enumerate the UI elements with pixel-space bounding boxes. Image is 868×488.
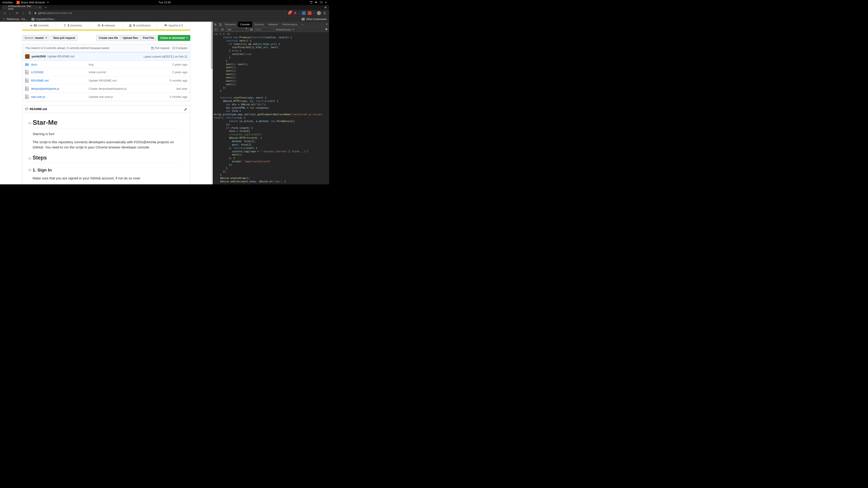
clear-console-button[interactable] — [220, 27, 225, 32]
file-name-link[interactable]: star.user.js — [31, 95, 89, 98]
readme-paragraph: Starring is fun! — [33, 131, 180, 137]
scrollbar-thumb[interactable] — [211, 22, 213, 69]
execution-context-selector[interactable]: top — [226, 28, 248, 31]
device-toolbar-button[interactable] — [218, 22, 223, 27]
profile-avatar[interactable] — [317, 11, 321, 15]
branch-compare-bar: This branch is 5 commits ahead, 3 commit… — [22, 44, 190, 52]
readme-paragraph: The script in this repository connects d… — [33, 140, 180, 150]
activities-button[interactable]: Activities — [2, 1, 13, 4]
browser-tab[interactable]: amfoss/star-me: Star amfo × — [2, 5, 42, 10]
file-commit-msg[interactable]: img — [89, 63, 172, 66]
bookmark-item[interactable]: Reference - Ko… — [2, 18, 28, 21]
folder-icon — [25, 62, 29, 66]
bookmark-favicon-icon — [2, 18, 5, 21]
devtools-tab-elements[interactable]: Elements — [223, 22, 238, 27]
console-sidebar-toggle[interactable] — [214, 27, 219, 32]
file-name-link[interactable]: docs — [31, 63, 89, 66]
file-time: 5 months ago — [170, 79, 188, 82]
devtools-tab-sources[interactable]: Sources — [252, 22, 266, 27]
pull-request-link[interactable]: Pull request — [151, 46, 169, 50]
devtools-close-button[interactable]: ✕ — [324, 22, 329, 27]
extension-icon[interactable] — [302, 11, 306, 15]
address-bar[interactable]: github.com/amfoss/star-me — [34, 11, 282, 15]
file-icon — [25, 70, 29, 74]
back-button[interactable]: ◁ — [2, 11, 6, 15]
file-commit-msg[interactable]: Update README.md — [89, 79, 169, 82]
devtools-tab-performance[interactable]: Performance — [280, 22, 300, 27]
commit-sha-link[interactable]: a835f11 — [162, 55, 174, 58]
branch-status-text: This branch is 5 commits ahead, 3 commit… — [25, 46, 110, 50]
main-menu-button[interactable]: ☰ — [323, 11, 327, 15]
upload-files-button[interactable]: Upload files — [120, 35, 141, 41]
license-link[interactable]: Apache-2.0 — [157, 22, 190, 29]
bookmark-button[interactable] — [28, 11, 32, 15]
chevron-down-icon — [186, 37, 188, 38]
commit-author-avatar[interactable] — [25, 54, 30, 59]
link-icon — [28, 122, 32, 125]
github-page: 51 commits 3 branches 0 releases 5 contr… — [0, 22, 213, 184]
console-settings-button[interactable] — [324, 28, 328, 31]
file-name-link[interactable]: README.md — [31, 79, 89, 82]
file-row: LICENSEInitial commit2 years ago — [22, 68, 190, 76]
readme-h2: Steps — [33, 155, 47, 161]
reload-button[interactable]: ⟳ — [15, 11, 19, 15]
inspect-element-button[interactable] — [213, 22, 218, 27]
branch-selector[interactable]: Branch: master — [22, 35, 50, 41]
tab-title: amfoss/star-me: Star amfo — [8, 5, 37, 10]
brave-shields-button[interactable]: 2 — [288, 11, 291, 15]
language-bar[interactable] — [22, 29, 190, 31]
home-button[interactable]: ⌂ — [21, 11, 25, 15]
log-levels-selector[interactable]: Default levels — [276, 28, 294, 31]
find-file-button[interactable]: Find File — [141, 35, 156, 41]
compare-link[interactable]: Compare — [172, 46, 187, 50]
chevron-down-icon — [246, 28, 247, 29]
branches-link[interactable]: 3 branches — [56, 22, 90, 29]
browser-toolbar: ◁ ▷ ⟳ ⌂ github.com/amfoss/star-me | 2 | … — [0, 10, 329, 16]
edit-icon[interactable] — [184, 107, 187, 111]
clock[interactable]: Tue 23:49 — [158, 1, 170, 4]
forward-button: ▷ — [8, 11, 13, 15]
contributors-link[interactable]: 5 contributors — [123, 22, 157, 29]
clone-button[interactable]: Clone or download — [158, 35, 190, 41]
file-name-link[interactable]: LICENSE — [31, 70, 89, 74]
window-close-button[interactable]: ✕ — [324, 6, 327, 9]
devtools-tab-console[interactable]: Console — [238, 22, 252, 27]
commit-author-link[interactable]: yashk2000 — [31, 55, 46, 58]
new-pr-button[interactable]: New pull request — [51, 35, 78, 41]
console-filter-input[interactable] — [254, 28, 275, 31]
releases-link[interactable]: 0 releases — [90, 22, 123, 29]
repo-stats-bar: 51 commits 3 branches 0 releases 5 contr… — [22, 22, 190, 29]
chevron-down-icon — [292, 29, 294, 30]
devtools-tab-more[interactable]: » — [300, 22, 305, 27]
extension-icon[interactable] — [308, 11, 311, 15]
close-icon[interactable]: × — [39, 6, 41, 9]
volume-icon — [315, 1, 318, 4]
file-commit-msg[interactable]: Initial commit — [89, 70, 172, 74]
battery-icon — [320, 1, 323, 4]
devtools-tab-network[interactable]: Network — [266, 22, 280, 27]
live-expression-button[interactable] — [250, 28, 253, 31]
readme-header: README.md — [22, 105, 190, 113]
commit-message-link[interactable]: Update README.md — [48, 55, 74, 58]
brave-rewards-icon[interactable] — [293, 11, 297, 15]
file-time: 2 years ago — [172, 70, 187, 74]
file-commit-msg[interactable]: Create devpostparticipants.js — [89, 87, 176, 90]
url-host: github.com — [38, 11, 52, 15]
file-commit-msg[interactable]: Update star.user.js — [89, 95, 169, 98]
status-area[interactable] — [310, 1, 327, 4]
file-row: README.mdUpdate README.md5 months ago — [22, 76, 190, 85]
commits-link[interactable]: 51 commits — [22, 22, 56, 29]
chevron-down-icon — [45, 37, 47, 38]
file-row: docsimg2 years ago — [22, 61, 190, 68]
bookmark-folder[interactable]: Imported From… — [31, 18, 57, 21]
file-time: last year — [176, 87, 187, 90]
create-file-button[interactable]: Create new file — [96, 35, 120, 41]
file-name-link[interactable]: devpostparticipants.js — [31, 87, 89, 90]
devtools-menu-button[interactable]: ⋮ — [319, 22, 324, 27]
wifi-icon — [310, 1, 313, 4]
other-bookmarks-button[interactable]: Other bookmarks — [302, 18, 327, 21]
console-output[interactable]: var i = -1; return new Promise(function(… — [213, 32, 329, 184]
new-tab-button[interactable]: + — [45, 6, 46, 9]
tab-favicon-icon — [4, 6, 6, 9]
app-menu[interactable]: Brave Web Browser — [17, 1, 49, 4]
